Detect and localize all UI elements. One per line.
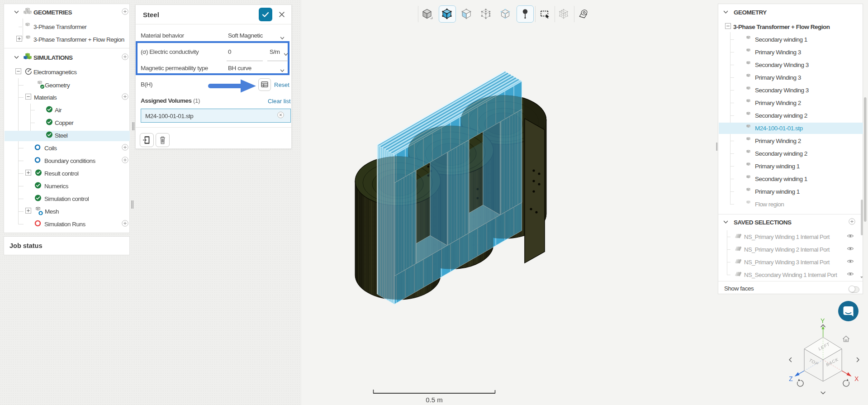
svg-text:Y: Y	[821, 317, 825, 324]
svg-text:0.5 m: 0.5 m	[426, 396, 443, 404]
svg-text:X: X	[854, 375, 859, 382]
svg-text:Z: Z	[789, 375, 793, 382]
